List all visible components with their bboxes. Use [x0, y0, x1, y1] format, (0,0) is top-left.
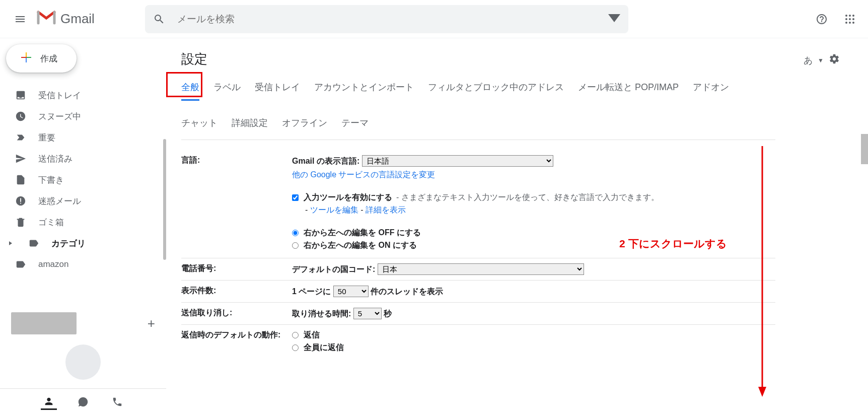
gmail-logo-text: Gmail: [60, 11, 95, 27]
enable-ime-desc: - さまざまなテキスト入力ツールを使って、好きな言語で入力できます。: [396, 192, 659, 203]
person-icon: [43, 396, 54, 407]
svg-rect-14: [20, 203, 21, 204]
reply-all-label: 全員に返信: [304, 342, 344, 353]
file-icon: [15, 174, 26, 185]
svg-point-4: [849, 18, 851, 20]
svg-point-7: [849, 22, 851, 24]
hangouts-contacts-tab[interactable]: [41, 394, 57, 410]
pagesize-suffix: 件のスレッドを表示: [371, 287, 443, 296]
rtl-on-radio[interactable]: [292, 242, 299, 249]
spam-icon: [15, 195, 26, 206]
show-detail-link[interactable]: 詳細を表示: [366, 205, 406, 214]
row-label-language: 言語:: [181, 155, 292, 166]
nav-label: 下書き: [38, 174, 64, 186]
gmail-logo[interactable]: Gmail: [36, 9, 95, 30]
settings-tabs: 全般 ラベル 受信トレイ アカウントとインポート フィルタとブロック中のアドレス…: [181, 79, 775, 135]
tab-forwarding[interactable]: メール転送と POP/IMAP: [578, 79, 679, 101]
tab-accounts[interactable]: アカウントとインポート: [314, 79, 414, 101]
search-box[interactable]: [145, 5, 628, 33]
search-input[interactable]: [177, 14, 608, 25]
trash-icon: [15, 217, 26, 228]
edit-tool-link[interactable]: ツールを編集: [310, 205, 358, 214]
rtl-off-radio[interactable]: [292, 230, 299, 236]
svg-point-5: [852, 18, 854, 20]
rtl-on-label: 右から左への編集を ON にする: [304, 240, 417, 251]
nav-label-amazon[interactable]: amazon: [0, 254, 166, 275]
hamburger-icon: [14, 13, 26, 25]
send-icon: [15, 153, 26, 164]
main-menu-button[interactable]: [8, 7, 32, 31]
rtl-off-label: 右から左への編集を OFF にする: [304, 228, 421, 238]
annotation-arrow-2: [757, 146, 767, 398]
tab-inbox[interactable]: 受信トレイ: [255, 79, 300, 101]
gear-icon: [829, 53, 840, 64]
tab-addons[interactable]: アドオン: [693, 79, 729, 101]
nav-drafts[interactable]: 下書き: [0, 169, 166, 190]
annotation-text-2: 2 下にスクロールする: [619, 237, 727, 251]
nav-label: 受信トレイ: [38, 90, 81, 101]
nav-sent[interactable]: 送信済み: [0, 148, 166, 169]
hangouts-add-button[interactable]: +: [148, 316, 155, 331]
reply-radio[interactable]: [292, 332, 299, 338]
tab-filters[interactable]: フィルタとブロック中のアドレス: [428, 79, 564, 101]
compose-button[interactable]: 作成: [6, 44, 77, 73]
nav-categories[interactable]: カテゴリ: [0, 233, 166, 254]
label-icon: [15, 259, 26, 270]
sidebar: 作成 受信トレイ スヌーズ中 重要 送信済み 下書き: [0, 38, 166, 415]
nav-label: amazon: [38, 259, 68, 269]
settings-gear-button[interactable]: [829, 53, 840, 67]
pagesize-select[interactable]: 50: [333, 286, 369, 297]
enable-ime-checkbox[interactable]: [292, 194, 299, 201]
nav-inbox[interactable]: 受信トレイ: [0, 85, 166, 106]
inbox-icon: [15, 90, 26, 101]
gmail-m-icon: [36, 9, 56, 30]
row-label-undo: 送信取り消し:: [181, 308, 292, 318]
ime-label: あ: [804, 54, 813, 66]
nav-important[interactable]: 重要: [0, 127, 166, 148]
hangouts-chat-tab[interactable]: [75, 394, 91, 410]
page-title: 設定: [181, 50, 868, 68]
help-icon: [816, 13, 828, 25]
nav-trash[interactable]: ゴミ箱: [0, 212, 166, 233]
phone-icon: [112, 396, 123, 407]
clock-icon: [15, 111, 26, 122]
nav-label: 重要: [38, 132, 55, 144]
hangouts-panel: +: [0, 307, 166, 385]
nav-spam[interactable]: 迷惑メール: [0, 190, 166, 212]
tab-advanced[interactable]: 詳細設定: [232, 115, 268, 135]
sep: -: [358, 205, 366, 214]
svg-point-8: [852, 22, 854, 24]
label-icon: [28, 238, 39, 249]
nav-snoozed[interactable]: スヌーズ中: [0, 106, 166, 127]
undo-select[interactable]: 5: [353, 308, 382, 319]
pagesize-prefix: 1 ページに: [292, 287, 331, 296]
tab-chat[interactable]: チャット: [181, 115, 218, 135]
hangouts-phone-tab[interactable]: [109, 394, 125, 410]
svg-point-0: [845, 15, 847, 17]
hangouts-avatar: [11, 312, 77, 334]
search-options-dropdown[interactable]: [608, 12, 620, 26]
nav-label: 送信済み: [38, 153, 73, 165]
settings-body: 言語: Gmail の表示言語: 日本語 他の Google サービスの言語設定…: [181, 150, 775, 360]
change-google-lang-link[interactable]: 他の Google サービスの言語設定を変更: [292, 170, 435, 179]
tab-offline[interactable]: オフライン: [282, 115, 327, 135]
tab-labels[interactable]: ラベル: [213, 79, 241, 101]
annotation-box-1: [166, 72, 202, 97]
reply-all-radio[interactable]: [292, 344, 299, 351]
svg-point-1: [849, 15, 851, 17]
plus-icon: [20, 51, 32, 66]
important-icon: [15, 132, 26, 143]
svg-point-2: [852, 15, 854, 17]
input-method-indicator[interactable]: あ ▼: [804, 53, 840, 67]
display-language-select[interactable]: 日本語: [362, 155, 553, 167]
help-button[interactable]: [812, 9, 832, 29]
enable-ime-label: 入力ツールを有効にする: [304, 192, 392, 203]
country-code-select[interactable]: 日本: [378, 263, 584, 275]
tab-themes[interactable]: テーマ: [341, 115, 369, 135]
row-label-phone: 電話番号:: [181, 263, 292, 274]
main-scrollbar[interactable]: [861, 134, 868, 164]
svg-rect-13: [20, 198, 21, 202]
svg-point-3: [845, 18, 847, 20]
hangouts-bubble-icon: [65, 344, 101, 380]
apps-button[interactable]: [840, 9, 860, 29]
